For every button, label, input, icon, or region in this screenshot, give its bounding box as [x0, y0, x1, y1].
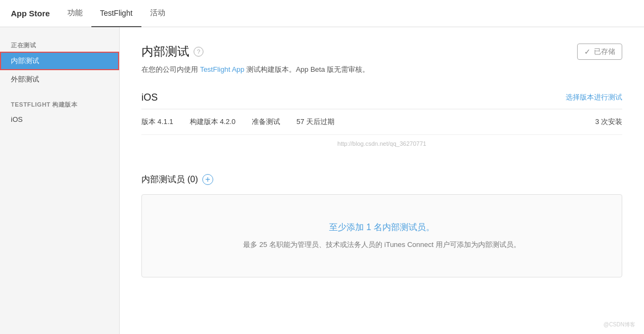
build-status: 准备测试 — [252, 117, 280, 127]
sidebar-section-build: TESTFLIGHT 构建版本 — [0, 97, 119, 111]
nav-testflight[interactable]: TestFlight — [91, 0, 141, 27]
nav-activity[interactable]: 活动 — [141, 0, 174, 27]
sidebar-item-external-test[interactable]: 外部测试 — [0, 70, 119, 89]
sidebar-item-internal-test[interactable]: 内部测试 — [0, 52, 119, 70]
page-subtitle: 在您的公司内使用 TestFlight App 测试构建版本。App Beta … — [141, 64, 622, 76]
subtitle-text-2: 测试构建版本。App Beta 版无需审核。 — [246, 65, 369, 73]
help-icon[interactable]: ? — [194, 47, 203, 57]
page-title-row: 内部测试 ? — [141, 44, 203, 60]
ios-section: iOS 选择版本进行测试 — [141, 92, 622, 109]
nav-appstore[interactable]: App Store — [11, 0, 59, 27]
sidebar-item-ios[interactable]: iOS — [0, 111, 119, 128]
top-nav: App Store 功能 TestFlight 活动 — [0, 0, 644, 27]
testers-section-header: 内部测试员 (0) + — [141, 174, 622, 185]
page-title: 内部测试 — [141, 44, 189, 60]
sidebar-section-testing: 正在测试 — [0, 38, 119, 52]
ios-section-title: iOS — [141, 92, 158, 103]
page-header: 内部测试 ? ✓ 已存储 — [141, 44, 622, 60]
nav-features[interactable]: 功能 — [59, 0, 91, 27]
testers-title: 内部测试员 (0) — [141, 174, 198, 185]
watermark-url: http://blog.csdn.net/qq_36270771 — [141, 135, 622, 158]
main-layout: 正在测试 内部测试 外部测试 TESTFLIGHT 构建版本 iOS 内部测试 … — [0, 27, 644, 334]
build-expiry: 57 天后过期 — [296, 117, 335, 127]
build-installs: 3 次安装 — [595, 117, 622, 127]
content-area: 内部测试 ? ✓ 已存储 在您的公司内使用 TestFlight App 测试构… — [120, 27, 644, 334]
empty-state-secondary: 最多 25 名职能为管理员、技术或法务人员的 iTunes Connect 用户… — [153, 240, 611, 250]
saved-label: 已存储 — [594, 47, 615, 57]
build-info-row: 版本 4.1.1 构建版本 4.2.0 准备测试 57 天后过期 3 次安装 — [141, 109, 622, 135]
saved-badge[interactable]: ✓ 已存储 — [577, 44, 622, 60]
select-version-link[interactable]: 选择版本进行测试 — [566, 92, 622, 102]
build-number: 构建版本 4.2.0 — [190, 117, 236, 127]
checkmark-icon: ✓ — [584, 47, 591, 56]
testflight-link[interactable]: TestFlight App — [200, 65, 245, 73]
empty-state-box: 至少添加 1 名内部测试员。 最多 25 名职能为管理员、技术或法务人员的 iT… — [141, 194, 622, 277]
add-tester-button[interactable]: + — [202, 174, 213, 185]
sidebar: 正在测试 内部测试 外部测试 TESTFLIGHT 构建版本 iOS — [0, 27, 120, 334]
subtitle-text-1: 在您的公司内使用 — [141, 65, 198, 73]
empty-state-primary: 至少添加 1 名内部测试员。 — [153, 222, 611, 233]
build-version: 版本 4.1.1 — [141, 117, 174, 127]
page-footer: @CSDN博客 — [595, 316, 645, 334]
